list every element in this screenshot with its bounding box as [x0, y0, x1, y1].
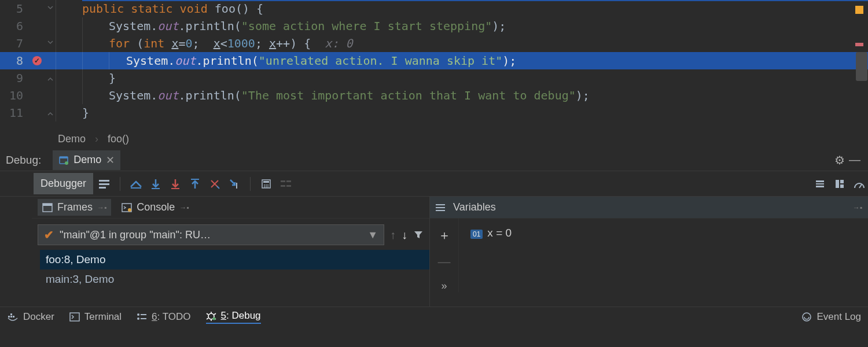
pin-icon[interactable]: →▪ — [179, 204, 189, 212]
variables-list[interactable]: 01x = 0 — [459, 219, 523, 292]
code-text[interactable]: public static void foo() { — [82, 0, 868, 17]
breadcrumb-item[interactable]: foo() — [108, 133, 129, 145]
code-text[interactable]: System.out.println("The most important a… — [109, 87, 868, 104]
svg-rect-38 — [10, 313, 12, 315]
svg-rect-24 — [281, 185, 285, 187]
drop-frame-icon[interactable] — [206, 175, 223, 193]
debug-run-config-tab[interactable]: Demo ✕ — [53, 150, 120, 170]
close-icon[interactable]: ✕ — [106, 154, 115, 167]
application-icon — [58, 155, 69, 165]
code-text[interactable]: System.out.println("unrelated action. I … — [126, 52, 868, 69]
frames-list[interactable]: foo:8, Demo main:3, Demo — [32, 250, 429, 289]
step-out-icon[interactable] — [186, 175, 204, 193]
fold-gutter[interactable] — [45, 6, 56, 12]
new-watch-icon[interactable]: ＋ — [438, 227, 451, 244]
code-token: ; — [255, 35, 269, 52]
remove-watch-icon[interactable]: — — [438, 254, 451, 270]
chevron-down-icon[interactable]: ▼ — [367, 229, 378, 241]
breadcrumb[interactable]: Demo › foo() — [0, 128, 868, 149]
statusbar-todo[interactable]: 6: TODO — [137, 311, 190, 323]
code-line[interactable]: 7 for (int x=0; x<1000; x++) { x: 0 — [0, 35, 868, 52]
code-token: ); — [502, 52, 516, 69]
code-line[interactable]: 6 System.out.println("some action where … — [0, 17, 868, 35]
breadcrumb-item[interactable]: Demo — [58, 133, 86, 145]
breakpoint-gutter[interactable] — [29, 56, 45, 65]
number-literal: 1000 — [227, 35, 255, 52]
method-name: foo — [215, 0, 236, 17]
status-bar: Docker Terminal 6: TODO 5: Debug Event L… — [0, 307, 868, 326]
minimize-icon[interactable]: — — [847, 153, 862, 167]
code-token: System. — [109, 17, 157, 35]
run-to-cursor-icon[interactable] — [226, 175, 243, 193]
next-frame-icon[interactable]: ↓ — [402, 228, 407, 242]
code-text[interactable]: } — [109, 69, 868, 87]
layout-settings-icon[interactable] — [811, 175, 829, 193]
code-line[interactable]: 11 } — [0, 104, 868, 121]
warning-marker-icon[interactable] — [855, 6, 863, 14]
trace-current-stream-chain-icon[interactable] — [277, 175, 295, 193]
mnemonic: 5 — [221, 310, 226, 321]
pin-icon[interactable]: →▪ — [853, 204, 862, 212]
console-tab[interactable]: Console →▪ — [117, 199, 193, 216]
svg-rect-12 — [191, 179, 199, 180]
previous-frame-icon[interactable]: ↑ — [390, 228, 396, 242]
code-text[interactable]: for (int x=0; x<1000; x++) { x: 0 — [109, 35, 868, 52]
error-marker-icon[interactable] — [855, 43, 863, 46]
frames-tab[interactable]: Frames →▪ — [38, 199, 111, 216]
code-line[interactable]: 10 System.out.println("The most importan… — [0, 87, 868, 104]
gear-icon[interactable]: ⚙ — [832, 153, 847, 167]
step-into-icon[interactable] — [167, 175, 184, 193]
code-line[interactable]: 9 } — [0, 69, 868, 87]
settings-speedometer-icon[interactable] — [851, 175, 868, 193]
code-line-execution[interactable]: 8 System.out.println("unrelated action. … — [0, 52, 868, 69]
svg-point-47 — [803, 313, 811, 321]
fold-gutter[interactable] — [45, 110, 56, 116]
code-line[interactable]: 5 public static void foo() { — [0, 0, 868, 17]
thread-combo[interactable]: ✔ "main"@1 in group "main": RU… ▼ — [38, 224, 384, 245]
var-x: x — [214, 35, 220, 52]
variables-pane: Variables →▪ ＋ — » 01x = 0 — [430, 197, 868, 307]
code-text[interactable]: System.out.println("some action where I … — [109, 17, 868, 35]
evaluate-expression-icon[interactable] — [258, 175, 275, 193]
statusbar-debug[interactable]: 5: Debug — [206, 310, 261, 324]
variables-header: Variables →▪ — [430, 197, 868, 219]
svg-rect-26 — [816, 180, 824, 182]
statusbar-docker[interactable]: Docker — [7, 311, 54, 323]
code-token: ( — [137, 35, 144, 52]
line-number: 10 — [0, 87, 29, 104]
code-token: ); — [492, 17, 506, 35]
docker-icon — [7, 312, 19, 322]
fold-gutter[interactable] — [45, 75, 56, 81]
debug-label: Debug: — [6, 154, 53, 167]
filter-icon[interactable] — [413, 230, 424, 240]
restore-layout-icon[interactable] — [831, 175, 848, 193]
debug-panes: Frames →▪ Console →▪ ✔ "main"@1 in group… — [0, 197, 868, 307]
stack-frame-row[interactable]: main:3, Demo — [40, 270, 429, 289]
svg-rect-42 — [141, 314, 146, 315]
field-out: out — [157, 17, 178, 35]
pin-icon[interactable]: →▪ — [97, 204, 106, 212]
svg-point-16 — [264, 184, 265, 186]
more-icon[interactable]: » — [441, 280, 447, 292]
variable-entry[interactable]: x = 0 — [487, 227, 512, 239]
fold-gutter[interactable] — [45, 40, 56, 46]
code-text[interactable]: } — [82, 104, 868, 121]
statusbar-event-log[interactable]: Event Log — [801, 311, 861, 323]
code-editor[interactable]: 5 public static void foo() { 6 System.ou… — [0, 0, 868, 128]
editor-scrollbar-thumb[interactable] — [856, 52, 867, 81]
threads-icon[interactable] — [95, 175, 113, 193]
editor-error-stripe[interactable] — [855, 6, 865, 46]
line-number: 7 — [0, 35, 29, 52]
svg-point-21 — [267, 186, 269, 187]
stack-frame-row[interactable]: foo:8, Demo — [40, 250, 429, 270]
show-execution-point-icon[interactable] — [127, 175, 145, 193]
keyword-public: public — [82, 0, 124, 17]
svg-rect-13 — [236, 183, 237, 189]
statusbar-terminal[interactable]: Terminal — [69, 311, 122, 323]
breakpoint-active-icon[interactable] — [32, 56, 42, 65]
step-over-icon[interactable] — [147, 175, 164, 193]
breadcrumb-separator-icon: › — [95, 133, 98, 145]
thread-selector-row: ✔ "main"@1 in group "main": RU… ▼ ↑ ↓ — [38, 224, 424, 245]
debugger-tab[interactable]: Debugger — [34, 173, 93, 194]
string-literal: "The most important action that I want t… — [241, 87, 576, 104]
